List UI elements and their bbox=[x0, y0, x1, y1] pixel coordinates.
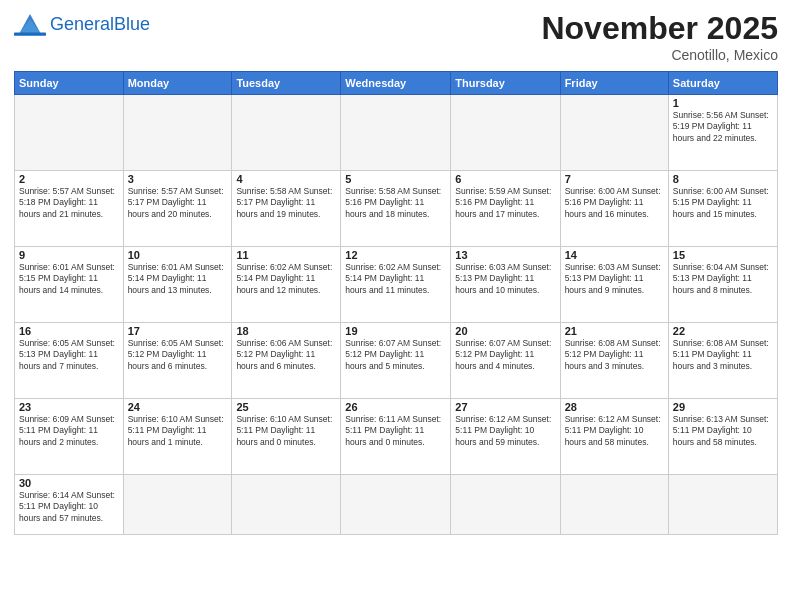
day-info: Sunrise: 5:57 AM Sunset: 5:17 PM Dayligh… bbox=[128, 186, 228, 220]
logo-text: GeneralBlue bbox=[50, 14, 150, 35]
col-friday: Friday bbox=[560, 72, 668, 95]
day-info: Sunrise: 6:08 AM Sunset: 5:12 PM Dayligh… bbox=[565, 338, 664, 372]
day-number: 13 bbox=[455, 249, 555, 261]
table-cell bbox=[15, 95, 124, 171]
table-cell: 11Sunrise: 6:02 AM Sunset: 5:14 PM Dayli… bbox=[232, 247, 341, 323]
table-cell: 27Sunrise: 6:12 AM Sunset: 5:11 PM Dayli… bbox=[451, 399, 560, 475]
table-cell: 21Sunrise: 6:08 AM Sunset: 5:12 PM Dayli… bbox=[560, 323, 668, 399]
day-number: 30 bbox=[19, 477, 119, 489]
table-cell: 5Sunrise: 5:58 AM Sunset: 5:16 PM Daylig… bbox=[341, 171, 451, 247]
day-info: Sunrise: 6:04 AM Sunset: 5:13 PM Dayligh… bbox=[673, 262, 773, 296]
day-info: Sunrise: 6:05 AM Sunset: 5:12 PM Dayligh… bbox=[128, 338, 228, 372]
col-monday: Monday bbox=[123, 72, 232, 95]
table-cell: 12Sunrise: 6:02 AM Sunset: 5:14 PM Dayli… bbox=[341, 247, 451, 323]
day-info: Sunrise: 6:09 AM Sunset: 5:11 PM Dayligh… bbox=[19, 414, 119, 448]
table-cell bbox=[451, 475, 560, 535]
day-number: 5 bbox=[345, 173, 446, 185]
table-cell: 23Sunrise: 6:09 AM Sunset: 5:11 PM Dayli… bbox=[15, 399, 124, 475]
day-number: 16 bbox=[19, 325, 119, 337]
day-info: Sunrise: 6:14 AM Sunset: 5:11 PM Dayligh… bbox=[19, 490, 119, 524]
day-info: Sunrise: 6:03 AM Sunset: 5:13 PM Dayligh… bbox=[565, 262, 664, 296]
col-wednesday: Wednesday bbox=[341, 72, 451, 95]
table-cell: 26Sunrise: 6:11 AM Sunset: 5:11 PM Dayli… bbox=[341, 399, 451, 475]
table-cell: 3Sunrise: 5:57 AM Sunset: 5:17 PM Daylig… bbox=[123, 171, 232, 247]
location: Cenotillo, Mexico bbox=[541, 47, 778, 63]
day-info: Sunrise: 6:07 AM Sunset: 5:12 PM Dayligh… bbox=[455, 338, 555, 372]
day-number: 27 bbox=[455, 401, 555, 413]
day-number: 2 bbox=[19, 173, 119, 185]
day-info: Sunrise: 6:03 AM Sunset: 5:13 PM Dayligh… bbox=[455, 262, 555, 296]
day-info: Sunrise: 5:58 AM Sunset: 5:16 PM Dayligh… bbox=[345, 186, 446, 220]
table-cell: 7Sunrise: 6:00 AM Sunset: 5:16 PM Daylig… bbox=[560, 171, 668, 247]
table-cell: 6Sunrise: 5:59 AM Sunset: 5:16 PM Daylig… bbox=[451, 171, 560, 247]
table-cell: 20Sunrise: 6:07 AM Sunset: 5:12 PM Dayli… bbox=[451, 323, 560, 399]
day-number: 6 bbox=[455, 173, 555, 185]
table-cell bbox=[123, 95, 232, 171]
day-info: Sunrise: 6:11 AM Sunset: 5:11 PM Dayligh… bbox=[345, 414, 446, 448]
day-number: 18 bbox=[236, 325, 336, 337]
day-info: Sunrise: 6:00 AM Sunset: 5:16 PM Dayligh… bbox=[565, 186, 664, 220]
table-cell: 19Sunrise: 6:07 AM Sunset: 5:12 PM Dayli… bbox=[341, 323, 451, 399]
day-info: Sunrise: 6:02 AM Sunset: 5:14 PM Dayligh… bbox=[236, 262, 336, 296]
table-cell bbox=[451, 95, 560, 171]
table-cell: 4Sunrise: 5:58 AM Sunset: 5:17 PM Daylig… bbox=[232, 171, 341, 247]
weekday-header-row: Sunday Monday Tuesday Wednesday Thursday… bbox=[15, 72, 778, 95]
table-cell bbox=[232, 475, 341, 535]
day-number: 1 bbox=[673, 97, 773, 109]
day-info: Sunrise: 6:08 AM Sunset: 5:11 PM Dayligh… bbox=[673, 338, 773, 372]
col-thursday: Thursday bbox=[451, 72, 560, 95]
svg-marker-1 bbox=[19, 19, 41, 34]
calendar: Sunday Monday Tuesday Wednesday Thursday… bbox=[14, 71, 778, 535]
table-cell bbox=[123, 475, 232, 535]
day-number: 8 bbox=[673, 173, 773, 185]
table-cell bbox=[668, 475, 777, 535]
day-info: Sunrise: 6:07 AM Sunset: 5:12 PM Dayligh… bbox=[345, 338, 446, 372]
table-cell: 17Sunrise: 6:05 AM Sunset: 5:12 PM Dayli… bbox=[123, 323, 232, 399]
day-number: 15 bbox=[673, 249, 773, 261]
table-cell: 10Sunrise: 6:01 AM Sunset: 5:14 PM Dayli… bbox=[123, 247, 232, 323]
logo: GeneralBlue bbox=[14, 10, 150, 38]
day-number: 17 bbox=[128, 325, 228, 337]
day-info: Sunrise: 5:57 AM Sunset: 5:18 PM Dayligh… bbox=[19, 186, 119, 220]
day-info: Sunrise: 6:02 AM Sunset: 5:14 PM Dayligh… bbox=[345, 262, 446, 296]
day-info: Sunrise: 6:01 AM Sunset: 5:14 PM Dayligh… bbox=[128, 262, 228, 296]
table-cell: 30Sunrise: 6:14 AM Sunset: 5:11 PM Dayli… bbox=[15, 475, 124, 535]
day-number: 25 bbox=[236, 401, 336, 413]
header: GeneralBlue November 2025 Cenotillo, Mex… bbox=[14, 10, 778, 63]
day-number: 9 bbox=[19, 249, 119, 261]
logo-general: General bbox=[50, 14, 114, 34]
day-number: 26 bbox=[345, 401, 446, 413]
table-cell bbox=[560, 475, 668, 535]
day-number: 14 bbox=[565, 249, 664, 261]
col-tuesday: Tuesday bbox=[232, 72, 341, 95]
day-number: 12 bbox=[345, 249, 446, 261]
day-number: 23 bbox=[19, 401, 119, 413]
day-number: 4 bbox=[236, 173, 336, 185]
logo-icon bbox=[14, 10, 46, 38]
day-info: Sunrise: 5:56 AM Sunset: 5:19 PM Dayligh… bbox=[673, 110, 773, 144]
day-number: 7 bbox=[565, 173, 664, 185]
day-info: Sunrise: 6:00 AM Sunset: 5:15 PM Dayligh… bbox=[673, 186, 773, 220]
table-cell: 14Sunrise: 6:03 AM Sunset: 5:13 PM Dayli… bbox=[560, 247, 668, 323]
day-info: Sunrise: 6:10 AM Sunset: 5:11 PM Dayligh… bbox=[128, 414, 228, 448]
table-cell: 28Sunrise: 6:12 AM Sunset: 5:11 PM Dayli… bbox=[560, 399, 668, 475]
day-number: 21 bbox=[565, 325, 664, 337]
col-sunday: Sunday bbox=[15, 72, 124, 95]
table-cell bbox=[560, 95, 668, 171]
table-cell: 18Sunrise: 6:06 AM Sunset: 5:12 PM Dayli… bbox=[232, 323, 341, 399]
day-info: Sunrise: 6:06 AM Sunset: 5:12 PM Dayligh… bbox=[236, 338, 336, 372]
day-info: Sunrise: 6:01 AM Sunset: 5:15 PM Dayligh… bbox=[19, 262, 119, 296]
table-cell bbox=[341, 95, 451, 171]
table-cell: 29Sunrise: 6:13 AM Sunset: 5:11 PM Dayli… bbox=[668, 399, 777, 475]
day-number: 3 bbox=[128, 173, 228, 185]
table-cell: 2Sunrise: 5:57 AM Sunset: 5:18 PM Daylig… bbox=[15, 171, 124, 247]
table-cell: 24Sunrise: 6:10 AM Sunset: 5:11 PM Dayli… bbox=[123, 399, 232, 475]
month-title: November 2025 bbox=[541, 10, 778, 47]
table-cell: 22Sunrise: 6:08 AM Sunset: 5:11 PM Dayli… bbox=[668, 323, 777, 399]
day-info: Sunrise: 6:12 AM Sunset: 5:11 PM Dayligh… bbox=[565, 414, 664, 448]
day-number: 20 bbox=[455, 325, 555, 337]
table-cell: 13Sunrise: 6:03 AM Sunset: 5:13 PM Dayli… bbox=[451, 247, 560, 323]
table-cell: 15Sunrise: 6:04 AM Sunset: 5:13 PM Dayli… bbox=[668, 247, 777, 323]
col-saturday: Saturday bbox=[668, 72, 777, 95]
day-info: Sunrise: 6:05 AM Sunset: 5:13 PM Dayligh… bbox=[19, 338, 119, 372]
